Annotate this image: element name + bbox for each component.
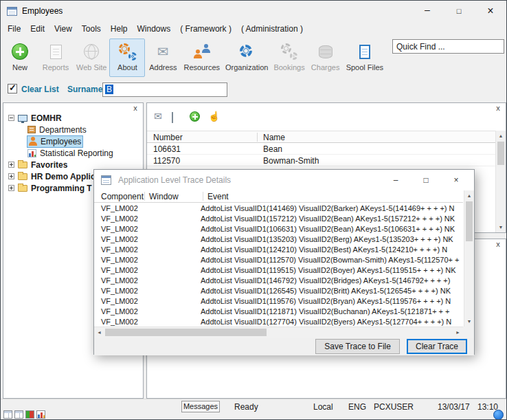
list-view-icon[interactable]	[3, 410, 12, 419]
scroll-right-icon[interactable]: ►	[453, 327, 463, 338]
database-icon	[319, 45, 333, 58]
table-row[interactable]: 112570 Bowman-Smith	[147, 155, 495, 166]
clear-list-checkbox[interactable]: ✓	[8, 84, 17, 93]
status-color-icon[interactable]	[25, 410, 34, 419]
menu-view[interactable]: View	[49, 22, 77, 36]
tree-item-eomhr[interactable]: EOMHR	[5, 112, 142, 124]
trace-close-button[interactable]: ×	[441, 170, 471, 190]
trace-maximize-button[interactable]: □	[411, 170, 441, 190]
menu-help[interactable]: Help	[106, 22, 133, 36]
trace-vertical-scrollbar[interactable]: ▲ ▼	[464, 190, 474, 327]
column-header-number[interactable]: Number	[153, 133, 183, 142]
scrollbar-thumb[interactable]	[497, 142, 504, 165]
menu-framework[interactable]: ( Framework )	[175, 22, 236, 36]
menu-file[interactable]: File	[3, 22, 25, 36]
trace-row[interactable]: VF_LM002AddtoList VisualID1(146792) Visu…	[94, 275, 463, 285]
scrollbar-thumb[interactable]	[105, 329, 267, 336]
messages-button[interactable]: Messages	[181, 401, 220, 412]
app-window: Employees – □ × File Edit View Tools Hel…	[0, 0, 507, 420]
tree-item-employees[interactable]: Employees	[5, 135, 142, 147]
expand-icon[interactable]	[8, 173, 14, 179]
menu-edit[interactable]: Edit	[25, 22, 49, 36]
tree-item-departments[interactable]: Departments	[5, 124, 142, 135]
column-header-name[interactable]: Name	[263, 133, 285, 142]
scroll-down-icon[interactable]: ▼	[496, 222, 506, 232]
column-header-event[interactable]: Event	[207, 192, 229, 201]
menu-tools[interactable]: Tools	[77, 22, 106, 36]
table-view-icon[interactable]	[14, 410, 23, 419]
grid-vertical-scrollbar[interactable]: ▲ ▼	[495, 131, 506, 232]
clear-trace-button[interactable]: Clear Trace	[407, 339, 467, 354]
trace-row[interactable]: VF_LM002AddtoList VisualID1(124210) Visu…	[94, 244, 463, 254]
reports-icon	[50, 45, 62, 59]
collapse-icon[interactable]	[8, 115, 14, 121]
toolbar-charges-button[interactable]: Charges	[308, 38, 343, 77]
add-icon[interactable]	[190, 111, 200, 122]
chart-view-icon[interactable]	[36, 410, 45, 419]
trace-row[interactable]: VF_LM002AddtoList VisualID1(126545) Visu…	[94, 285, 463, 296]
save-trace-button[interactable]: Save Trace to File	[315, 339, 400, 354]
column-header-component[interactable]: Component	[101, 192, 144, 201]
scroll-down-icon[interactable]: ▼	[464, 316, 474, 327]
trace-row[interactable]: VF_LM002AddtoList VisualID1(119576) Visu…	[94, 296, 463, 306]
expand-icon[interactable]	[8, 162, 14, 168]
trace-row[interactable]: VF_LM002AddtoList VisualID1(119515) Visu…	[94, 265, 463, 275]
maximize-button[interactable]: □	[443, 1, 475, 21]
scroll-left-icon[interactable]: ◄	[94, 327, 104, 338]
quick-find-input[interactable]	[392, 39, 504, 54]
tree-item-label: Programming T	[31, 184, 92, 193]
trace-row[interactable]: VF_LM002AddtoList VisualID1(106631) Visu…	[94, 223, 463, 234]
menu-windows[interactable]: Windows	[133, 22, 176, 36]
toolbar-address-button[interactable]: ✉ Address	[145, 38, 181, 77]
surname-value: B	[105, 85, 113, 94]
app-icon	[7, 7, 17, 16]
column-separator[interactable]	[257, 133, 258, 142]
maximize-icon: □	[423, 175, 428, 185]
cell-component: VF_LM002	[94, 318, 142, 326]
window-icon[interactable]	[172, 112, 173, 123]
scroll-up-icon[interactable]: ▲	[464, 190, 474, 201]
hand-pointer-icon[interactable]: ☝	[208, 111, 220, 121]
column-separator[interactable]	[203, 192, 203, 201]
toolbar-reports-button[interactable]: Reports	[38, 38, 74, 77]
scrollbar-thumb[interactable]	[466, 201, 473, 241]
cell-event: AddtoList VisualID1(124210) VisualID2(Be…	[201, 245, 463, 254]
trace-row[interactable]: VF_LM002AddtoList VisualID1(135203) Visu…	[94, 234, 463, 244]
mail-icon[interactable]: ✉	[154, 111, 162, 121]
detail-panel-close-button[interactable]: x	[493, 239, 503, 250]
toolbar-new-button[interactable]: New	[2, 38, 38, 77]
trace-row[interactable]: VF_LM002AddtoList VisualID1(141469) Visu…	[94, 203, 463, 213]
toolbar-spoolfiles-button[interactable]: Spool Files	[343, 38, 386, 77]
trace-row[interactable]: VF_LM002AddtoList VisualID1(112570) Visu…	[94, 254, 463, 265]
expand-icon[interactable]	[8, 185, 14, 191]
scroll-up-icon[interactable]: ▲	[496, 131, 506, 141]
trace-table-body: VF_LM002AddtoList VisualID1(141469) Visu…	[94, 203, 463, 327]
toolbar-about-button[interactable]: About	[109, 38, 145, 77]
menu-administration[interactable]: ( Administration )	[236, 22, 308, 36]
toolbar-charges-label: Charges	[311, 63, 340, 71]
toolbar-organization-button[interactable]: Organization	[223, 38, 271, 77]
close-button[interactable]: ×	[475, 1, 506, 21]
toolbar-about-label: About	[117, 63, 137, 71]
cell-component: VF_LM002	[94, 235, 142, 243]
trace-row[interactable]: VF_LM002AddtoList VisualID1(157212) Visu…	[94, 213, 463, 223]
cell-component: VF_LM002	[94, 245, 142, 254]
trace-minimize-button[interactable]: –	[381, 170, 411, 190]
minimize-icon: –	[425, 4, 430, 15]
trace-row[interactable]: VF_LM002AddtoList VisualID1(127704) Visu…	[94, 316, 463, 327]
toolbar-website-button[interactable]: Web Site	[74, 38, 109, 77]
tree-item-label: EOMHR	[31, 113, 62, 123]
toolbar-resources-button[interactable]: Resources	[181, 38, 223, 77]
table-row[interactable]: 106631 Bean	[147, 143, 495, 155]
cell-component: VF_LM002	[94, 266, 142, 274]
tree-item-statistical-reporting[interactable]: Statistical Reporting	[5, 147, 142, 159]
close-icon: ×	[487, 5, 493, 17]
column-separator[interactable]	[144, 192, 145, 201]
trace-horizontal-scrollbar[interactable]: ◄ ►	[94, 327, 463, 338]
trace-row[interactable]: VF_LM002AddtoList VisualID1(121871) Visu…	[94, 306, 463, 316]
notification-dot-icon[interactable]	[493, 410, 504, 420]
surname-input[interactable]: B	[102, 82, 227, 97]
minimize-button[interactable]: –	[412, 1, 443, 21]
column-header-window[interactable]: Window	[149, 192, 179, 201]
toolbar-bookings-button[interactable]: Bookings	[271, 38, 307, 77]
